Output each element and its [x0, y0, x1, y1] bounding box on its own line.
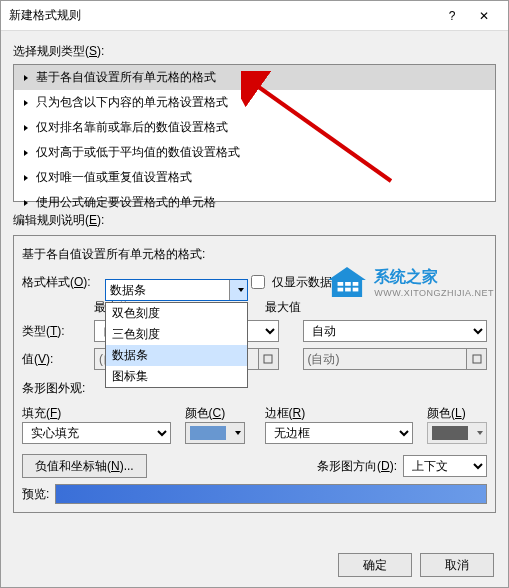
- ok-button[interactable]: 确定: [338, 553, 412, 577]
- rule-type-item[interactable]: 仅对排名靠前或靠后的数值设置格式: [14, 115, 495, 140]
- bar-appearance-title: 条形图外观:: [22, 380, 487, 397]
- rule-type-item[interactable]: 仅对高于或低于平均值的数值设置格式: [14, 140, 495, 165]
- group-title: 基于各自值设置所有单元格的格式:: [22, 246, 487, 263]
- max-header: 最大值: [265, 299, 488, 316]
- range-icon: [263, 354, 273, 364]
- dialog-title: 新建格式规则: [9, 7, 436, 24]
- range-icon: [472, 354, 482, 364]
- dialog-footer: 确定 取消: [338, 553, 494, 577]
- dialog-new-formatting-rule: 新建格式规则 ? ✕ 选择规则类型(S): 基于各自值设置所有单元格的格式 只为…: [0, 0, 509, 588]
- arrow-icon: [24, 125, 28, 131]
- fill-color-button[interactable]: [185, 422, 245, 444]
- help-button[interactable]: ?: [436, 4, 468, 28]
- arrow-icon: [24, 100, 28, 106]
- show-bar-only-input[interactable]: [251, 275, 265, 289]
- svg-rect-4: [345, 282, 351, 286]
- border-color-label: 颜色(L): [427, 405, 487, 422]
- svg-rect-5: [353, 282, 359, 286]
- house-icon: [326, 265, 368, 299]
- title-bar: 新建格式规则 ? ✕: [1, 1, 508, 31]
- cancel-button[interactable]: 取消: [420, 553, 494, 577]
- border-color-button[interactable]: [427, 422, 487, 444]
- style-option[interactable]: 双色刻度: [106, 303, 247, 324]
- bar-direction-select[interactable]: 上下文: [403, 455, 487, 477]
- svg-rect-0: [264, 355, 272, 363]
- color-swatch: [432, 426, 468, 440]
- negative-axis-button[interactable]: 负值和坐标轴(N)...: [22, 454, 147, 478]
- range-picker-button[interactable]: [259, 348, 279, 370]
- arrow-icon: [24, 150, 28, 156]
- format-style-combobox[interactable]: 数据条: [105, 279, 248, 301]
- preview-label: 预览:: [22, 486, 49, 503]
- watermark-url: WWW.XITONGZHIJIA.NET: [374, 288, 494, 298]
- watermark-title: 系统之家: [374, 267, 494, 288]
- rule-type-label: 选择规则类型(S):: [13, 43, 496, 60]
- style-option[interactable]: 图标集: [106, 366, 247, 387]
- rule-type-item[interactable]: 基于各自值设置所有单元格的格式: [14, 65, 495, 90]
- range-picker-button[interactable]: [467, 348, 487, 370]
- chevron-down-icon: [477, 431, 483, 435]
- format-style-dropdown[interactable]: 双色刻度 三色刻度 数据条 图标集: [105, 302, 248, 388]
- fill-color-label: 颜色(C): [185, 405, 245, 422]
- rule-type-item[interactable]: 只为包含以下内容的单元格设置格式: [14, 90, 495, 115]
- arrow-icon: [24, 75, 28, 81]
- chevron-down-icon: [229, 280, 247, 300]
- value-label: 值(V):: [22, 351, 88, 368]
- svg-rect-8: [353, 288, 359, 292]
- fill-select[interactable]: 实心填充: [22, 422, 171, 444]
- arrow-icon: [24, 200, 28, 206]
- color-swatch: [190, 426, 226, 440]
- svg-rect-7: [345, 288, 351, 292]
- close-icon: ✕: [479, 9, 489, 23]
- style-option[interactable]: 三色刻度: [106, 324, 247, 345]
- preview-box: [55, 484, 487, 504]
- svg-rect-3: [338, 282, 344, 286]
- max-type-select[interactable]: 自动: [303, 320, 488, 342]
- rule-type-list[interactable]: 基于各自值设置所有单元格的格式 只为包含以下内容的单元格设置格式 仅对排名靠前或…: [13, 64, 496, 202]
- watermark: 系统之家 WWW.XITONGZHIJIA.NET: [326, 265, 494, 299]
- border-select[interactable]: 无边框: [265, 422, 414, 444]
- svg-rect-6: [338, 288, 344, 292]
- style-option[interactable]: 数据条: [106, 345, 247, 366]
- arrow-icon: [24, 175, 28, 181]
- max-value-input[interactable]: [303, 348, 468, 370]
- fill-label: 填充(F): [22, 405, 171, 422]
- bar-direction-label: 条形图方向(D):: [317, 458, 397, 475]
- type-label: 类型(T):: [22, 323, 88, 340]
- format-style-label: 格式样式(O):: [22, 274, 92, 291]
- edit-description-label: 编辑规则说明(E):: [13, 212, 496, 229]
- border-label: 边框(R): [265, 405, 414, 422]
- rule-type-item[interactable]: 仅对唯一值或重复值设置格式: [14, 165, 495, 190]
- chevron-down-icon: [235, 431, 241, 435]
- help-icon: ?: [449, 9, 456, 23]
- close-button[interactable]: ✕: [468, 4, 500, 28]
- svg-rect-1: [473, 355, 481, 363]
